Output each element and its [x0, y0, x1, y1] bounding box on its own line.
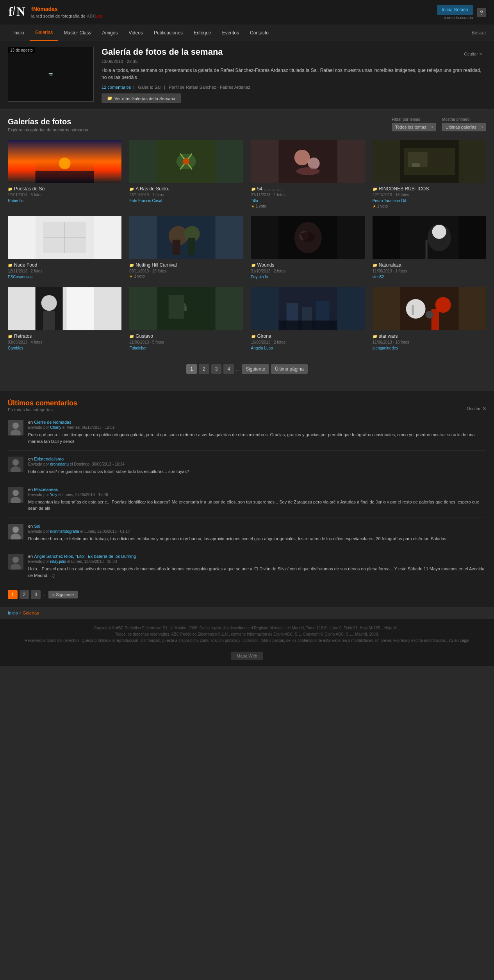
page-1-button[interactable]: 1: [186, 364, 197, 374]
filter-select-wrapper[interactable]: Todos los temas: [392, 123, 436, 131]
comment-gallery-link-3[interactable]: Sal: [34, 524, 40, 529]
folder-icon-9: 📁: [129, 334, 134, 339]
featured-title: Galería de fotos de la semana: [102, 47, 486, 57]
comment-page-1[interactable]: 1: [8, 590, 18, 599]
gallery-author-0[interactable]: Rubenflo: [8, 198, 121, 203]
comment-avatar-1: [8, 457, 23, 472]
gallery-author-10[interactable]: Angela LLop: [251, 345, 365, 351]
gallery-author-9[interactable]: Fabolcbar: [129, 345, 243, 351]
nav-publicaciones[interactable]: Publicaciones: [148, 25, 188, 40]
svg-rect-21: [412, 163, 419, 167]
logo-area: f N fNómadas la red social de fotografía…: [8, 3, 102, 21]
svg-rect-29: [173, 240, 180, 255]
gallery-item-2[interactable]: 📁 54............... 27/11/2013 · 1 fotos…: [251, 140, 365, 208]
gallery-name-7: 📁 Naturaleza: [373, 262, 486, 268]
gallery-author-7[interactable]: vino52: [373, 274, 486, 279]
search-link[interactable]: Buscar: [472, 25, 486, 40]
comment-author-link-2[interactable]: Yoly: [50, 493, 57, 497]
gallery-thumb-0: [8, 140, 121, 183]
comment-gallery-2: en Miscelaneas: [28, 487, 486, 492]
svg-rect-43: [67, 287, 94, 330]
comment-page-3[interactable]: 3: [31, 590, 41, 599]
gallery-pagination: 1 2 3 4 ... Siguiente Última página: [8, 358, 486, 380]
page-4-button[interactable]: 4: [223, 364, 234, 374]
gallery-item-11[interactable]: 📁 star wars 11/06/2013 · 13 fotos alenga…: [373, 287, 486, 351]
more-galleries-button[interactable]: 📁 Ver más Galerías de la Semana: [102, 93, 181, 103]
hide-comments-button[interactable]: Ocultar: [467, 406, 480, 411]
sort-select-wrapper[interactable]: Últimas galerías: [442, 123, 486, 131]
nav-masterclass[interactable]: Master Class: [58, 25, 96, 40]
sort-select[interactable]: Últimas galerías: [442, 123, 486, 131]
help-button[interactable]: ?: [477, 8, 486, 17]
login-sub: ó crea tu usuario: [437, 16, 473, 20]
page-ellipsis: ...: [236, 366, 240, 372]
comment-body-1: en Existencialismo Enviado por dronedari…: [28, 457, 486, 475]
svg-text:f: f: [9, 4, 13, 18]
gallery-item-10[interactable]: 📁 Girona 19/06/2013 · 2 fotos Angela LLo…: [251, 287, 365, 351]
gallery-item-7[interactable]: 📁 Naturaleza 11/08/2013 · 1 fotos vino52: [373, 216, 486, 279]
comment-author-link-1[interactable]: dronedariu: [50, 462, 69, 466]
sep2: |: [164, 85, 166, 90]
filter-select[interactable]: Todos los temas: [392, 123, 436, 131]
login-button[interactable]: Inicia Sesión: [437, 5, 473, 15]
nav-videos[interactable]: Videos: [123, 25, 148, 40]
nav-galerias[interactable]: Galerías: [30, 25, 58, 41]
nav-contacto[interactable]: Contacto: [244, 25, 274, 40]
folder-icon-7: 📁: [373, 263, 377, 267]
svg-point-71: [12, 527, 19, 533]
sitemap-button[interactable]: Mapa Web: [231, 652, 263, 660]
nav-amigos[interactable]: Amigos: [96, 25, 123, 40]
comment-author-link-4[interactable]: nitay.julio: [50, 559, 66, 564]
comment-text-1: hola como vai? me gustaron mucho las fot…: [28, 468, 486, 475]
comment-next-button[interactable]: » Siguiente: [48, 591, 78, 598]
comment-author-link-3[interactable]: rksnmsfotografía: [50, 529, 79, 534]
gallery-name-6: 📁 Wounds: [251, 262, 365, 268]
comment-gallery-prefix-4: en: [28, 554, 34, 559]
comment-page-2[interactable]: 2: [20, 590, 29, 599]
svg-point-6: [59, 158, 71, 169]
gallery-author-2[interactable]: Tillo: [251, 198, 365, 203]
last-page-button[interactable]: Última página: [271, 364, 307, 374]
featured-profile-text: Perfil de Rafael Sanchez - Fabres Ardana…: [169, 85, 250, 90]
gallery-item-4[interactable]: 📁 Nude Food 12/11/2013 · 2 fotos ESCasan…: [8, 216, 121, 279]
gallery-item-0[interactable]: 📁 Puestas de Sol 17/01/2014 · 6 fotos Ru…: [8, 140, 121, 208]
gallery-item-9[interactable]: 📁 Gustavo 21/06/2013 · 5 fotos Fabolcbar: [129, 287, 243, 351]
comment-avatar-3: [8, 524, 23, 539]
next-page-button[interactable]: Siguiente: [242, 364, 269, 374]
nav-enfoque[interactable]: Enfoque: [188, 25, 217, 40]
comment-gallery-link-0[interactable]: Cierre de Nómadas: [34, 420, 71, 425]
footer-legal-link[interactable]: Aviso Legal: [449, 638, 469, 643]
comment-gallery-link-2[interactable]: Miscelaneas: [34, 487, 58, 492]
comment-gallery-link-1[interactable]: Existencialismo: [34, 457, 64, 461]
gallery-vote-2: ★ 1 voto: [251, 204, 365, 208]
gallery-author-11[interactable]: alenganinedes: [373, 345, 486, 351]
gallery-item-5[interactable]: 📁 Notting Hill Carnival 03/11/2013 · 15 …: [129, 216, 243, 279]
close-comments-icon[interactable]: ×: [483, 405, 486, 412]
gallery-item-3[interactable]: 📁 RINCONES RÚSTICOS 22/11/2013 · 16 foto…: [373, 140, 486, 208]
gallery-author-3[interactable]: Pedro Taracena Gil: [373, 198, 486, 203]
svg-line-2: [13, 6, 15, 15]
folder-icon-1: 📁: [129, 187, 134, 191]
gallery-author-8[interactable]: Cambios: [8, 345, 121, 351]
gallery-author-6[interactable]: Fuyuko fa: [251, 274, 365, 279]
logo-es: .es: [96, 14, 102, 18]
comment-author-link-0[interactable]: Charly: [50, 425, 61, 430]
nav-eventos[interactable]: Eventos: [217, 25, 244, 40]
gallery-item-8[interactable]: 📁 Retratos 03/08/2013 · 4 fotos Cambios: [8, 287, 121, 351]
gallery-thumb-4: [8, 216, 121, 259]
featured-comments-link[interactable]: 12 comentarios: [102, 85, 131, 90]
nav-inicio[interactable]: Inicio: [8, 25, 30, 40]
gallery-item-1[interactable]: 📁 A Ras de Suelo. 28/11/2013 · 1 fotos F…: [129, 140, 243, 208]
gallery-author-1[interactable]: Fote Francis Casal: [129, 198, 243, 203]
gallery-author-4[interactable]: ESCasanovas: [8, 274, 121, 279]
gallery-item-6[interactable]: 📁 Wounds 31/10/2013 · 2 fotos Fuyuko fa: [251, 216, 365, 279]
folder-icon-3: 📁: [373, 187, 377, 191]
comment-gallery-link-4[interactable]: Ángel Sánchez Ríos, "Lito", Ex batería d…: [34, 554, 136, 559]
hide-featured-button[interactable]: Ocultar ×: [464, 51, 482, 57]
breadcrumb-home[interactable]: Inicio: [8, 611, 18, 615]
page-2-button[interactable]: 2: [199, 364, 209, 374]
svg-point-12: [183, 158, 189, 165]
folder-icon-0: 📁: [8, 187, 12, 191]
page-3-button[interactable]: 3: [211, 364, 222, 374]
gallery-name-11: 📁 star wars: [373, 333, 486, 339]
